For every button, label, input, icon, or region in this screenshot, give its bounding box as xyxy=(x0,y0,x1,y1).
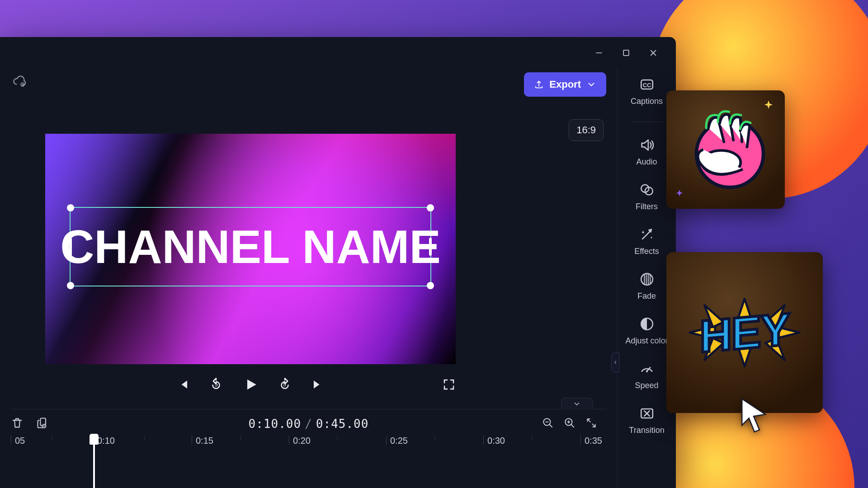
fullscreen-button[interactable] xyxy=(442,378,456,391)
timeline-tick xyxy=(532,436,536,440)
aspect-ratio-button[interactable]: 16:9 xyxy=(569,119,604,141)
svg-text:CC: CC xyxy=(642,82,651,89)
timeline-tick: 05 xyxy=(11,436,25,445)
export-label: Export xyxy=(549,79,581,90)
svg-line-8 xyxy=(549,424,552,427)
sidebar-item-label: Speed xyxy=(635,381,658,390)
timeline-tick: 0:15 xyxy=(192,436,213,445)
timeline-tick xyxy=(241,436,245,440)
aspect-ratio-value: 16:9 xyxy=(576,124,596,136)
sparkle-icon xyxy=(762,99,775,114)
sidebar-item-label: Captions xyxy=(631,97,663,106)
timeline-tick xyxy=(144,436,148,440)
export-button[interactable]: Export xyxy=(524,72,606,97)
zoom-out-button[interactable] xyxy=(542,417,554,431)
sticker-card-hey: HEY xyxy=(666,252,823,413)
text-selection-box[interactable]: CHANNEL NAME xyxy=(70,207,431,286)
sidebar-item-label: Filters xyxy=(636,202,658,211)
minimize-button[interactable] xyxy=(594,48,604,57)
titlebar xyxy=(0,37,676,69)
timeline-ruler[interactable]: 05 0:10 0:15 0:20 0:25 0:30 0:35 xyxy=(11,436,606,488)
skip-start-button[interactable] xyxy=(176,378,189,391)
current-time: 0:10.00 xyxy=(249,417,302,431)
timeline: 0:10.00/0:45.00 xyxy=(11,409,606,488)
sidebar-item-label: Adjust color xyxy=(625,336,668,346)
zoom-in-button[interactable] xyxy=(564,417,576,431)
svg-line-11 xyxy=(571,424,574,427)
timeline-tick: 0:25 xyxy=(386,436,408,445)
transport-controls: 5 5 xyxy=(45,377,456,392)
hand-wave-sticker xyxy=(683,107,769,192)
sticker-card-hand xyxy=(666,90,785,209)
resize-handle[interactable] xyxy=(427,204,434,211)
rewind-5-button[interactable]: 5 xyxy=(209,378,223,391)
divider xyxy=(631,122,663,122)
timeline-tick: 0:20 xyxy=(289,436,311,445)
sidebar-item-label: Effects xyxy=(634,247,659,256)
cursor-icon xyxy=(734,395,773,436)
chevron-down-icon xyxy=(586,80,596,89)
sparkle-icon xyxy=(675,189,684,201)
timeline-tick xyxy=(52,436,56,440)
timeline-tick xyxy=(435,436,439,440)
resize-handle[interactable] xyxy=(427,282,434,289)
timeline-tick xyxy=(337,436,341,440)
hey-text: HEY xyxy=(700,303,790,363)
svg-point-18 xyxy=(641,273,653,285)
forward-seconds: 5 xyxy=(283,381,286,388)
timeline-tick: 0:30 xyxy=(483,436,505,445)
sidebar-item-label: Audio xyxy=(636,157,657,167)
maximize-button[interactable] xyxy=(622,48,631,57)
sidebar-item-label: Transition xyxy=(629,426,664,435)
video-preview[interactable]: CHANNEL NAME xyxy=(45,134,456,364)
timeline-collapse-toggle[interactable] xyxy=(561,398,593,409)
sidebar-item-label: Fade xyxy=(637,291,656,301)
forward-5-button[interactable]: 5 xyxy=(278,378,292,391)
app-window: Export 16:9 CHANNEL NAME xyxy=(0,37,676,488)
timeline-tick: 0:35 xyxy=(580,436,602,445)
fit-timeline-button[interactable] xyxy=(585,417,597,431)
sidebar-item-effects[interactable]: Effects xyxy=(618,227,676,256)
title-text[interactable]: CHANNEL NAME xyxy=(60,223,441,270)
cloud-sync-icon[interactable] xyxy=(13,74,26,89)
rewind-seconds: 5 xyxy=(215,381,218,388)
resize-handle[interactable] xyxy=(67,282,74,289)
delete-button[interactable] xyxy=(11,417,24,431)
timecode: 0:10.00/0:45.00 xyxy=(249,417,369,431)
skip-end-button[interactable] xyxy=(311,378,325,391)
editor-main: Export 16:9 CHANNEL NAME xyxy=(0,69,617,488)
svg-rect-1 xyxy=(623,50,629,56)
sidebar-expand-toggle[interactable] xyxy=(611,352,619,372)
close-button[interactable] xyxy=(649,48,658,57)
playhead[interactable] xyxy=(93,436,95,488)
copy-paste-button[interactable] xyxy=(36,417,49,431)
total-time: 0:45.00 xyxy=(316,417,369,431)
play-button[interactable] xyxy=(243,377,258,392)
resize-handle[interactable] xyxy=(67,204,74,211)
